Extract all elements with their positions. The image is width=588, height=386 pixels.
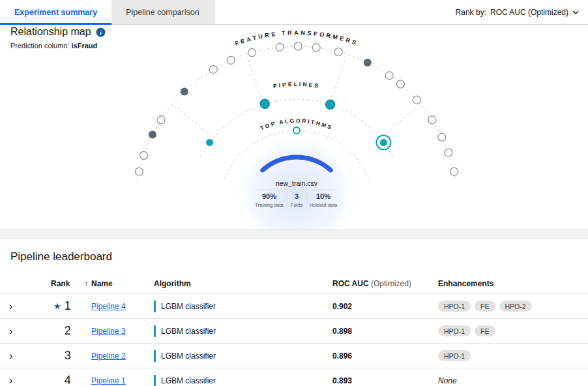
enhancements-cell: HPO-1FE xyxy=(438,325,588,336)
sector-divider xyxy=(175,106,211,136)
rank-cell: ★2 xyxy=(26,324,91,338)
map-node-outer-default[interactable] xyxy=(312,44,320,52)
map-node-outer-default[interactable] xyxy=(276,43,284,51)
algorithm-cell: LGBM classifier xyxy=(154,325,332,337)
map-node-outer-dark[interactable] xyxy=(149,130,156,138)
enhancement-tag[interactable]: HPO-1 xyxy=(438,301,471,312)
dataset-name: new_train.csv xyxy=(276,179,318,187)
holdout-data-value: 10% xyxy=(316,192,331,200)
map-node-outer-default[interactable] xyxy=(413,96,420,104)
map-node-pipelines-teal-small[interactable] xyxy=(206,139,213,146)
info-icon[interactable]: i xyxy=(96,27,106,37)
enhancement-tag[interactable]: FE xyxy=(475,325,495,336)
tab-experiment-summary[interactable]: Experiment summary xyxy=(0,0,111,24)
expand-cell: › xyxy=(0,376,26,386)
folds-label: Folds xyxy=(291,202,303,208)
map-node-outer-default[interactable] xyxy=(227,56,235,64)
algorithm-label: LGBM classifier xyxy=(161,302,216,311)
pipeline-link[interactable]: Pipeline 3 xyxy=(91,327,126,336)
column-header-metric: ROC AUC (Optimized) xyxy=(332,279,438,288)
relationship-map-section: FEATURE TRANSFORMERS PIPELINES TOP ALGOR… xyxy=(0,25,588,230)
pipeline-link[interactable]: Pipeline 4 xyxy=(91,302,126,311)
map-node-pipelines-selected[interactable] xyxy=(376,136,390,150)
folds-value: 3 xyxy=(295,192,299,200)
rank-value: 1 xyxy=(65,299,71,313)
row-expand-chevron-icon[interactable]: › xyxy=(9,301,12,312)
rank-cell: ★1 xyxy=(26,299,91,313)
column-header-metric-qualifier: (Optimized) xyxy=(371,279,411,288)
map-node-outer-default[interactable] xyxy=(438,133,446,141)
rank-by-dropdown[interactable]: Rank by: ROC AUC (Optimized) xyxy=(456,0,579,24)
pipeline-link[interactable]: Pipeline 2 xyxy=(91,351,126,361)
map-node-outer-dark[interactable] xyxy=(181,88,188,96)
algorithm-label: LGBM classifier xyxy=(161,327,216,336)
prediction-column-label: Prediction column: xyxy=(10,42,70,50)
map-node-outer-default[interactable] xyxy=(209,65,217,73)
column-header-enhancements: Enhancements xyxy=(438,279,588,288)
expand-cell: › xyxy=(0,351,26,361)
map-node-outer-default[interactable] xyxy=(385,72,393,80)
map-node-outer-default[interactable] xyxy=(248,49,256,57)
map-node-outer-default[interactable] xyxy=(445,149,452,156)
map-node-outer-default[interactable] xyxy=(294,42,302,50)
table-row[interactable]: ›★2Pipeline 3LGBM classifier0.898HPO-1FE xyxy=(0,318,588,343)
row-expand-chevron-icon[interactable]: › xyxy=(9,350,12,361)
map-node-outer-default[interactable] xyxy=(428,116,436,124)
metric-value: 0.893 xyxy=(332,376,438,385)
map-node-outer-default[interactable] xyxy=(334,48,342,56)
map-node-outer-default[interactable] xyxy=(135,168,143,175)
enhancement-tag[interactable]: HPO-1 xyxy=(438,325,471,336)
map-node-pipelines-teal[interactable] xyxy=(260,99,269,108)
expand-cell: › xyxy=(0,326,26,336)
metric-value: 0.902 xyxy=(332,302,438,311)
relationship-map-chart: FEATURE TRANSFORMERS PIPELINES TOP ALGOR… xyxy=(0,25,588,230)
algorithm-label: LGBM classifier xyxy=(161,351,216,361)
row-expand-chevron-icon[interactable]: › xyxy=(9,325,12,336)
row-expand-chevron-icon[interactable]: › xyxy=(9,375,12,386)
algorithm-label: LGBM classifier xyxy=(161,376,216,385)
algorithm-cell: LGBM classifier xyxy=(154,375,332,386)
rank-cell: ★3 xyxy=(26,349,91,363)
algorithm-color-bar xyxy=(154,375,156,386)
name-cell: Pipeline 1 xyxy=(91,376,154,385)
rank-by-label: Rank by: xyxy=(456,8,486,17)
metric-value: 0.896 xyxy=(332,351,438,361)
rank-cell: ★4 xyxy=(26,374,91,386)
enhancements-cell: None xyxy=(438,376,588,385)
chevron-down-icon xyxy=(572,10,579,14)
leaderboard-body: ›★1Pipeline 4LGBM classifier0.902HPO-1FE… xyxy=(0,293,588,386)
holdout-data-label: Holdout data xyxy=(310,202,338,208)
pipeline-link[interactable]: Pipeline 1 xyxy=(91,376,126,385)
map-node-outer-default[interactable] xyxy=(140,151,148,159)
top-tab-bar: Experiment summary Pipeline comparison R… xyxy=(0,0,588,25)
section-divider xyxy=(0,230,588,239)
prediction-column-value: isFraud xyxy=(72,42,98,50)
name-cell: Pipeline 3 xyxy=(91,327,154,336)
rank-value: 4 xyxy=(65,374,71,386)
enhancement-tag[interactable]: FE xyxy=(475,301,495,312)
table-row[interactable]: ›★1Pipeline 4LGBM classifier0.902HPO-1FE… xyxy=(0,293,588,318)
leaderboard-header-row: Rank ↑ Name Algorithm ROC AUC (Optimized… xyxy=(0,274,588,293)
tab-pipeline-comparison[interactable]: Pipeline comparison xyxy=(111,0,214,24)
algorithm-color-bar xyxy=(154,325,156,337)
map-node-outer-default[interactable] xyxy=(450,168,458,175)
column-header-rank: Rank xyxy=(51,279,70,288)
enhancement-tag[interactable]: HPO-2 xyxy=(499,301,532,312)
star-icon[interactable]: ★ xyxy=(53,301,61,311)
map-node-pipelines-teal[interactable] xyxy=(326,100,335,109)
map-node-outer-default[interactable] xyxy=(396,80,404,88)
enhancements-cell: HPO-1 xyxy=(438,350,588,361)
sort-ascending-icon[interactable]: ↑ xyxy=(84,279,88,288)
enhancement-tag[interactable]: HPO-1 xyxy=(438,350,471,361)
table-row[interactable]: ›★4Pipeline 1LGBM classifier0.893None xyxy=(0,368,588,386)
sector-divider xyxy=(383,106,419,136)
leaderboard-title: Pipeline leaderboard xyxy=(0,250,588,263)
table-row[interactable]: ›★3Pipeline 2LGBM classifier0.896HPO-1 xyxy=(0,343,588,368)
relationship-map-title: Relationship map xyxy=(10,26,91,38)
map-node-outer-dark[interactable] xyxy=(364,59,372,67)
algorithm-color-bar xyxy=(154,301,156,312)
rank-value: 3 xyxy=(65,349,71,363)
map-node-outer-default[interactable] xyxy=(157,116,165,124)
sector-divider xyxy=(248,57,262,101)
map-node-algorithms-hollow[interactable] xyxy=(293,127,300,134)
